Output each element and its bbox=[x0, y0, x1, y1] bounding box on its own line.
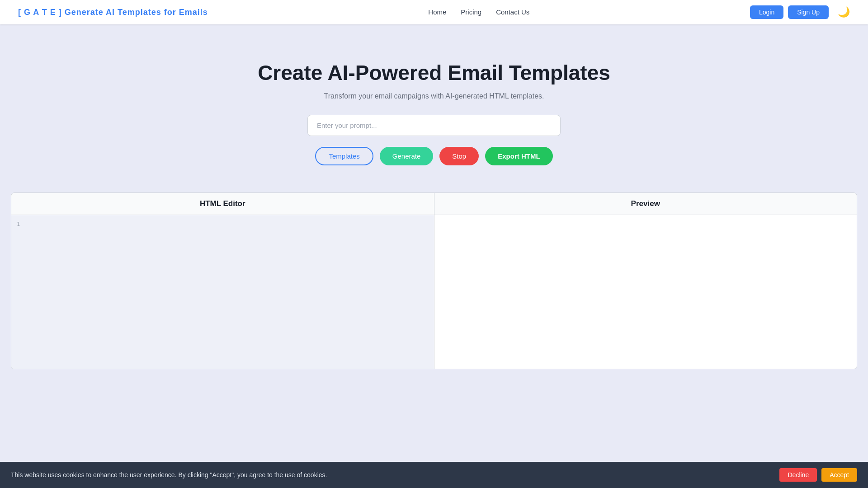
navbar: [ G A T E ] Generate AI Templates for Em… bbox=[0, 0, 868, 24]
login-button[interactable]: Login bbox=[750, 5, 783, 19]
preview-header: Preview bbox=[434, 193, 857, 215]
hero-section: Create AI-Powered Email Templates Transf… bbox=[0, 24, 868, 183]
cookie-banner: This website uses cookies to enhance the… bbox=[0, 462, 868, 488]
decline-button[interactable]: Decline bbox=[779, 468, 817, 482]
prompt-input[interactable] bbox=[307, 115, 561, 136]
html-editor-content[interactable]: 1 bbox=[11, 215, 434, 369]
preview-content bbox=[434, 215, 857, 369]
generate-button[interactable]: Generate bbox=[380, 147, 434, 165]
preview-pane: Preview bbox=[434, 193, 857, 369]
brand-logo: [ G A T E ] Generate AI Templates for Em… bbox=[18, 8, 208, 17]
prompt-input-wrapper bbox=[307, 115, 561, 136]
export-html-button[interactable]: Export HTML bbox=[485, 147, 552, 165]
nav-home[interactable]: Home bbox=[428, 8, 446, 16]
nav-links: Home Pricing Contact Us bbox=[428, 8, 529, 16]
cookie-message: This website uses cookies to enhance the… bbox=[11, 471, 770, 479]
signup-button[interactable]: Sign Up bbox=[788, 5, 829, 19]
theme-toggle-icon[interactable]: 🌙 bbox=[838, 6, 850, 18]
stop-button[interactable]: Stop bbox=[439, 147, 479, 165]
hero-title: Create AI-Powered Email Templates bbox=[9, 61, 859, 85]
cookie-actions: Decline Accept bbox=[779, 468, 857, 482]
line-number-1: 1 bbox=[17, 221, 20, 227]
hero-subtitle: Transform your email campaigns with AI-g… bbox=[9, 92, 859, 100]
html-editor-pane: HTML Editor 1 bbox=[11, 193, 434, 369]
nav-contact[interactable]: Contact Us bbox=[496, 8, 529, 16]
navbar-actions: Login Sign Up 🌙 bbox=[750, 5, 850, 19]
html-editor-header: HTML Editor bbox=[11, 193, 434, 215]
action-buttons: Templates Generate Stop Export HTML bbox=[9, 147, 859, 165]
editor-area: HTML Editor 1 Preview bbox=[11, 192, 857, 369]
accept-button[interactable]: Accept bbox=[821, 468, 857, 482]
templates-button[interactable]: Templates bbox=[315, 147, 373, 165]
nav-pricing[interactable]: Pricing bbox=[461, 8, 481, 16]
